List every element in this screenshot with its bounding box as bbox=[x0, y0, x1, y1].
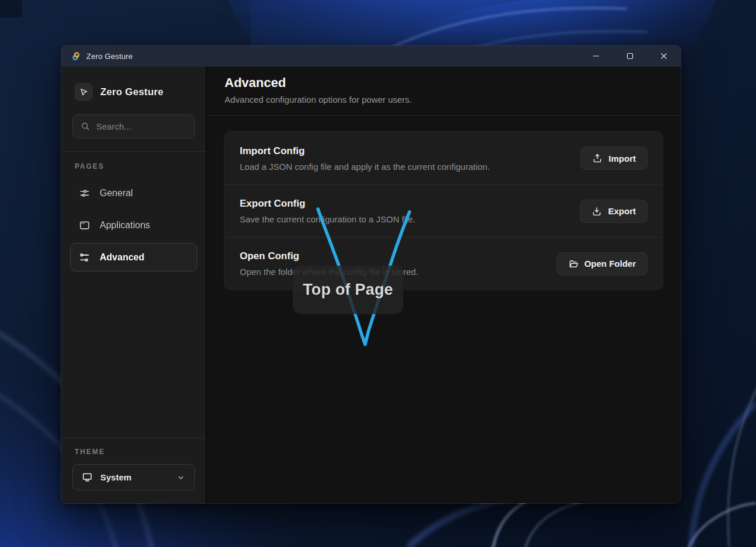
titlebar: Zero Gesture bbox=[61, 46, 681, 67]
sidebar: Zero Gesture PAGES bbox=[61, 67, 206, 503]
gesture-action-label: Top of Page bbox=[303, 281, 393, 299]
window-controls bbox=[579, 46, 681, 67]
brand-name: Zero Gesture bbox=[100, 86, 163, 98]
page-title: Advanced bbox=[225, 75, 663, 90]
sidebar-item-label: Applications bbox=[100, 220, 150, 231]
import-config-row: Import Config Load a JSON config file an… bbox=[225, 132, 663, 184]
search-input[interactable] bbox=[96, 121, 187, 131]
row-title: Open Config bbox=[240, 250, 556, 262]
pointer-icon bbox=[75, 83, 93, 101]
search-icon bbox=[80, 121, 90, 131]
upload-icon bbox=[592, 153, 603, 163]
row-title: Export Config bbox=[240, 198, 580, 210]
sidebar-theme-section: THEME System bbox=[70, 438, 197, 493]
page-header: Advanced Advanced configuration options … bbox=[206, 67, 681, 116]
export-config-row: Export Config Save the current configura… bbox=[225, 184, 663, 237]
search-box[interactable] bbox=[72, 114, 195, 138]
monitor-icon bbox=[82, 472, 93, 483]
app-logo-icon bbox=[71, 51, 81, 61]
sidebar-item-label: Advanced bbox=[100, 252, 144, 263]
close-button[interactable] bbox=[647, 46, 681, 67]
minimize-button[interactable] bbox=[579, 46, 613, 67]
adjustments-icon bbox=[79, 187, 90, 199]
settings-content: Import Config Load a JSON config file an… bbox=[206, 116, 681, 306]
theme-selected-value: System bbox=[100, 472, 131, 482]
chevron-down-icon bbox=[176, 473, 186, 482]
pages-section-label: PAGES bbox=[70, 162, 197, 170]
button-label: Import bbox=[608, 154, 636, 163]
window-title: Zero Gesture bbox=[86, 52, 133, 61]
route-options-icon bbox=[79, 252, 90, 263]
app-window-icon bbox=[79, 220, 90, 231]
folder-open-icon bbox=[568, 259, 579, 269]
import-button[interactable]: Import bbox=[580, 147, 648, 170]
sidebar-divider bbox=[61, 438, 206, 438]
main-panel: Advanced Advanced configuration options … bbox=[206, 67, 681, 503]
page-subtitle: Advanced configuration options for power… bbox=[225, 95, 663, 104]
maximize-button[interactable] bbox=[613, 46, 647, 67]
open-folder-button[interactable]: Open Folder bbox=[556, 252, 648, 276]
open-config-row: Open Config Open the folder where the co… bbox=[225, 237, 663, 290]
sidebar-item-general[interactable]: General bbox=[70, 179, 197, 207]
button-label: Export bbox=[608, 206, 636, 216]
export-button[interactable]: Export bbox=[580, 200, 648, 223]
row-description: Load a JSON config file and apply it as … bbox=[240, 162, 580, 172]
sidebar-divider bbox=[61, 151, 206, 152]
sidebar-item-advanced[interactable]: Advanced bbox=[70, 243, 197, 271]
button-label: Open Folder bbox=[584, 259, 636, 269]
row-description: Save the current configuration to a JSON… bbox=[240, 214, 580, 224]
gesture-action-tooltip: Top of Page bbox=[293, 266, 403, 314]
theme-section-label: THEME bbox=[70, 448, 197, 456]
row-title: Import Config bbox=[240, 145, 580, 157]
theme-dropdown[interactable]: System bbox=[72, 464, 195, 490]
download-icon bbox=[592, 206, 602, 217]
config-card: Import Config Load a JSON config file an… bbox=[224, 131, 663, 290]
sidebar-item-applications[interactable]: Applications bbox=[70, 211, 197, 239]
app-brand: Zero Gesture bbox=[70, 83, 197, 101]
sidebar-item-label: General bbox=[100, 188, 133, 198]
